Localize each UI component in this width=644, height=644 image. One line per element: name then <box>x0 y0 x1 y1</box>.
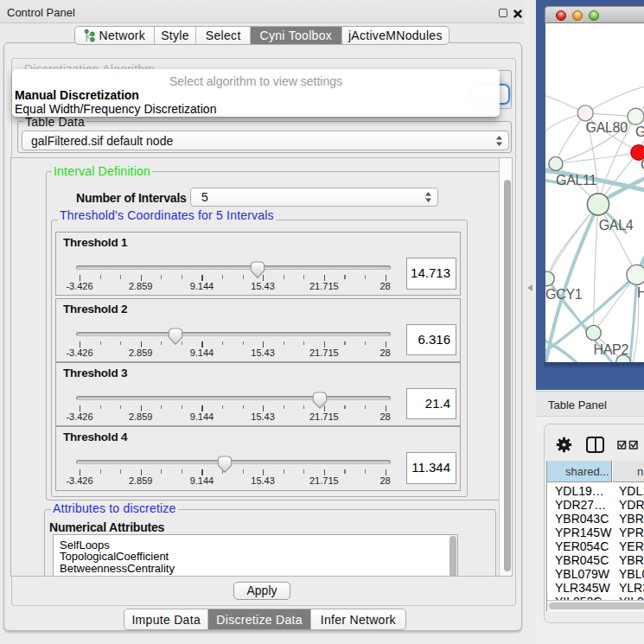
svg-text:GAL4: GAL4 <box>599 218 634 233</box>
svg-text:H: H <box>637 285 644 300</box>
svg-text:GAL11: GAL11 <box>556 173 597 188</box>
svg-text:GAL80: GAL80 <box>586 120 628 135</box>
svg-text:GA: GA <box>635 124 644 139</box>
svg-text:HAP2: HAP2 <box>593 342 628 357</box>
svg-text:CB: CB <box>641 157 644 172</box>
svg-text:GCY1: GCY1 <box>545 287 583 302</box>
